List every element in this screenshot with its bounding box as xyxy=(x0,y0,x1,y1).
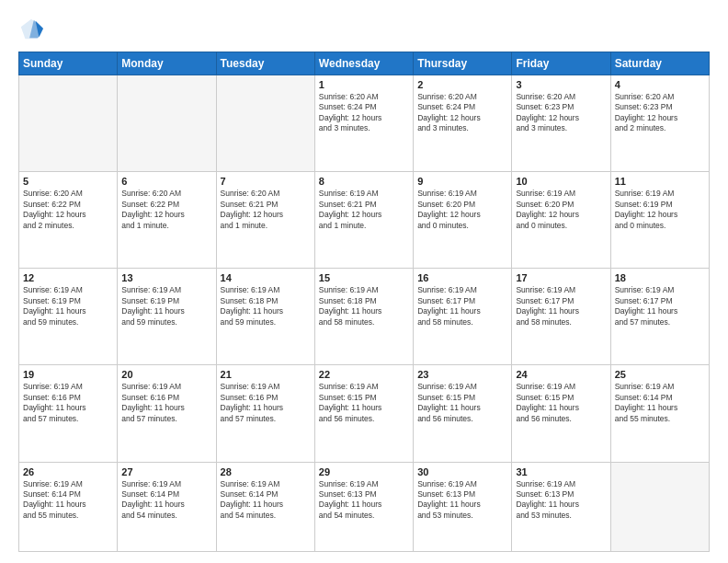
day-info: Sunrise: 6:19 AM Sunset: 6:14 PM Dayligh… xyxy=(221,479,311,522)
calendar-cell: 17Sunrise: 6:19 AM Sunset: 6:17 PM Dayli… xyxy=(512,269,610,365)
calendar-cell: 3Sunrise: 6:20 AM Sunset: 6:23 PM Daylig… xyxy=(512,75,610,172)
day-number: 27 xyxy=(121,466,211,477)
day-number: 1 xyxy=(319,79,409,90)
calendar-week-5: 26Sunrise: 6:19 AM Sunset: 6:14 PM Dayli… xyxy=(19,462,710,552)
day-number: 8 xyxy=(319,176,409,187)
calendar-cell xyxy=(216,75,314,172)
day-number: 25 xyxy=(615,369,705,380)
calendar-cell: 31Sunrise: 6:19 AM Sunset: 6:13 PM Dayli… xyxy=(512,462,610,552)
day-number: 23 xyxy=(417,369,507,380)
calendar-cell xyxy=(118,75,216,172)
calendar-cell: 19Sunrise: 6:19 AM Sunset: 6:16 PM Dayli… xyxy=(19,365,118,462)
calendar-week-4: 19Sunrise: 6:19 AM Sunset: 6:16 PM Dayli… xyxy=(19,365,710,462)
page: SundayMondayTuesdayWednesdayThursdayFrid… xyxy=(0,0,728,563)
day-number: 7 xyxy=(221,176,311,187)
header xyxy=(18,17,710,42)
col-header-friday: Friday xyxy=(512,52,610,75)
day-number: 20 xyxy=(121,369,211,380)
calendar-cell: 18Sunrise: 6:19 AM Sunset: 6:17 PM Dayli… xyxy=(610,269,709,365)
day-info: Sunrise: 6:19 AM Sunset: 6:16 PM Dayligh… xyxy=(23,382,113,424)
day-number: 16 xyxy=(417,272,507,283)
calendar-cell: 6Sunrise: 6:20 AM Sunset: 6:22 PM Daylig… xyxy=(118,172,216,269)
day-number: 12 xyxy=(23,272,113,283)
calendar-cell: 28Sunrise: 6:19 AM Sunset: 6:14 PM Dayli… xyxy=(216,462,314,552)
calendar-cell: 22Sunrise: 6:19 AM Sunset: 6:15 PM Dayli… xyxy=(314,365,413,462)
day-info: Sunrise: 6:19 AM Sunset: 6:15 PM Dayligh… xyxy=(516,382,606,424)
day-number: 14 xyxy=(221,272,311,283)
day-info: Sunrise: 6:20 AM Sunset: 6:22 PM Dayligh… xyxy=(121,189,211,231)
day-number: 6 xyxy=(121,176,211,187)
day-number: 3 xyxy=(516,79,606,90)
col-header-saturday: Saturday xyxy=(610,52,709,75)
calendar-cell: 23Sunrise: 6:19 AM Sunset: 6:15 PM Dayli… xyxy=(414,365,512,462)
day-number: 15 xyxy=(319,272,409,283)
calendar-week-1: 1Sunrise: 6:20 AM Sunset: 6:24 PM Daylig… xyxy=(19,75,710,172)
day-info: Sunrise: 6:19 AM Sunset: 6:13 PM Dayligh… xyxy=(417,479,507,522)
day-info: Sunrise: 6:19 AM Sunset: 6:18 PM Dayligh… xyxy=(319,285,409,327)
day-number: 11 xyxy=(615,176,705,187)
calendar: SundayMondayTuesdayWednesdayThursdayFrid… xyxy=(18,52,710,552)
calendar-cell: 26Sunrise: 6:19 AM Sunset: 6:14 PM Dayli… xyxy=(19,462,118,552)
day-number: 24 xyxy=(516,369,606,380)
calendar-cell: 25Sunrise: 6:19 AM Sunset: 6:14 PM Dayli… xyxy=(610,365,709,462)
day-number: 21 xyxy=(221,369,311,380)
day-number: 30 xyxy=(417,466,507,477)
day-info: Sunrise: 6:19 AM Sunset: 6:14 PM Dayligh… xyxy=(121,479,211,522)
calendar-cell: 12Sunrise: 6:19 AM Sunset: 6:19 PM Dayli… xyxy=(19,269,118,365)
calendar-cell: 14Sunrise: 6:19 AM Sunset: 6:18 PM Dayli… xyxy=(216,269,314,365)
day-info: Sunrise: 6:19 AM Sunset: 6:13 PM Dayligh… xyxy=(319,479,409,522)
day-info: Sunrise: 6:19 AM Sunset: 6:13 PM Dayligh… xyxy=(516,479,606,522)
calendar-cell: 29Sunrise: 6:19 AM Sunset: 6:13 PM Dayli… xyxy=(314,462,413,552)
day-number: 13 xyxy=(121,272,211,283)
calendar-cell: 21Sunrise: 6:19 AM Sunset: 6:16 PM Dayli… xyxy=(216,365,314,462)
day-info: Sunrise: 6:19 AM Sunset: 6:20 PM Dayligh… xyxy=(516,189,606,231)
col-header-monday: Monday xyxy=(118,52,216,75)
day-info: Sunrise: 6:19 AM Sunset: 6:18 PM Dayligh… xyxy=(221,285,311,327)
col-header-wednesday: Wednesday xyxy=(314,52,413,75)
day-number: 5 xyxy=(23,176,113,187)
day-info: Sunrise: 6:19 AM Sunset: 6:14 PM Dayligh… xyxy=(615,382,705,424)
calendar-cell: 4Sunrise: 6:20 AM Sunset: 6:23 PM Daylig… xyxy=(610,75,709,172)
day-info: Sunrise: 6:20 AM Sunset: 6:23 PM Dayligh… xyxy=(615,92,705,134)
day-info: Sunrise: 6:19 AM Sunset: 6:20 PM Dayligh… xyxy=(417,189,507,231)
day-number: 29 xyxy=(319,466,409,477)
day-number: 26 xyxy=(23,466,113,477)
day-info: Sunrise: 6:19 AM Sunset: 6:19 PM Dayligh… xyxy=(121,285,211,327)
calendar-week-2: 5Sunrise: 6:20 AM Sunset: 6:22 PM Daylig… xyxy=(19,172,710,269)
calendar-cell xyxy=(19,75,118,172)
day-info: Sunrise: 6:19 AM Sunset: 6:17 PM Dayligh… xyxy=(417,285,507,327)
day-info: Sunrise: 6:20 AM Sunset: 6:24 PM Dayligh… xyxy=(417,92,507,134)
calendar-cell: 30Sunrise: 6:19 AM Sunset: 6:13 PM Dayli… xyxy=(414,462,512,552)
day-info: Sunrise: 6:20 AM Sunset: 6:22 PM Dayligh… xyxy=(23,189,113,231)
day-info: Sunrise: 6:19 AM Sunset: 6:14 PM Dayligh… xyxy=(23,479,113,522)
day-info: Sunrise: 6:19 AM Sunset: 6:19 PM Dayligh… xyxy=(615,189,705,231)
calendar-cell: 15Sunrise: 6:19 AM Sunset: 6:18 PM Dayli… xyxy=(314,269,413,365)
day-number: 31 xyxy=(516,466,606,477)
day-info: Sunrise: 6:19 AM Sunset: 6:19 PM Dayligh… xyxy=(23,285,113,327)
calendar-cell: 20Sunrise: 6:19 AM Sunset: 6:16 PM Dayli… xyxy=(118,365,216,462)
day-info: Sunrise: 6:20 AM Sunset: 6:21 PM Dayligh… xyxy=(221,189,311,231)
calendar-week-3: 12Sunrise: 6:19 AM Sunset: 6:19 PM Dayli… xyxy=(19,269,710,365)
day-number: 9 xyxy=(417,176,507,187)
calendar-cell: 27Sunrise: 6:19 AM Sunset: 6:14 PM Dayli… xyxy=(118,462,216,552)
day-number: 17 xyxy=(516,272,606,283)
day-number: 22 xyxy=(319,369,409,380)
calendar-header-row: SundayMondayTuesdayWednesdayThursdayFrid… xyxy=(19,52,710,75)
calendar-cell: 8Sunrise: 6:19 AM Sunset: 6:21 PM Daylig… xyxy=(314,172,413,269)
day-number: 18 xyxy=(615,272,705,283)
day-number: 28 xyxy=(221,466,311,477)
day-number: 2 xyxy=(417,79,507,90)
calendar-cell: 10Sunrise: 6:19 AM Sunset: 6:20 PM Dayli… xyxy=(512,172,610,269)
day-info: Sunrise: 6:19 AM Sunset: 6:21 PM Dayligh… xyxy=(319,189,409,231)
logo xyxy=(18,17,48,42)
calendar-cell: 16Sunrise: 6:19 AM Sunset: 6:17 PM Dayli… xyxy=(414,269,512,365)
day-info: Sunrise: 6:19 AM Sunset: 6:16 PM Dayligh… xyxy=(221,382,311,424)
day-info: Sunrise: 6:20 AM Sunset: 6:23 PM Dayligh… xyxy=(516,92,606,134)
day-info: Sunrise: 6:19 AM Sunset: 6:16 PM Dayligh… xyxy=(121,382,211,424)
col-header-sunday: Sunday xyxy=(19,52,118,75)
logo-icon xyxy=(18,17,44,42)
day-number: 4 xyxy=(615,79,705,90)
calendar-cell: 11Sunrise: 6:19 AM Sunset: 6:19 PM Dayli… xyxy=(610,172,709,269)
day-info: Sunrise: 6:20 AM Sunset: 6:24 PM Dayligh… xyxy=(319,92,409,134)
col-header-tuesday: Tuesday xyxy=(216,52,314,75)
